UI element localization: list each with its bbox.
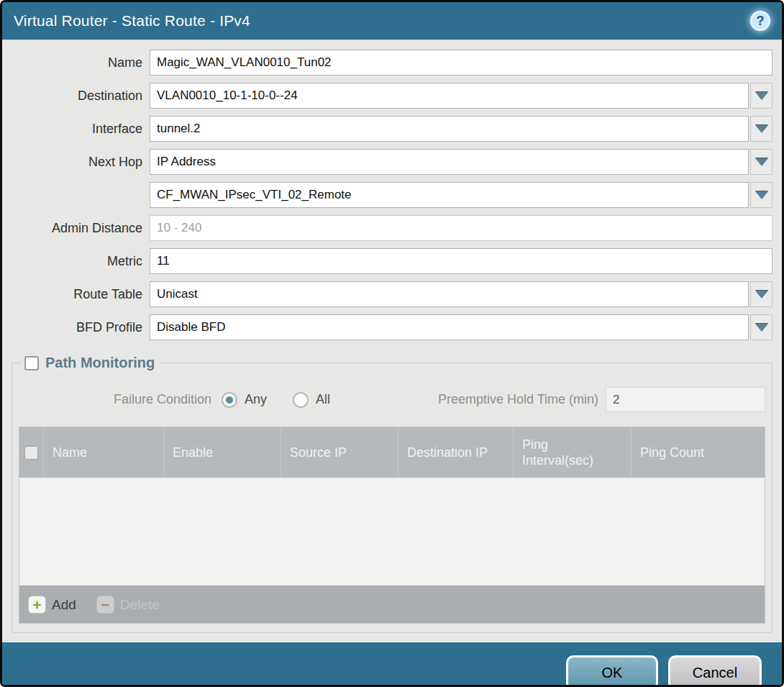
path-monitoring-legend: Path Monitoring — [20, 355, 159, 371]
metric-label: Metric — [12, 254, 150, 269]
failure-condition-any-radio[interactable] — [222, 392, 237, 408]
next-hop-type-input[interactable] — [150, 149, 749, 175]
chevron-down-icon — [755, 291, 768, 299]
interface-label: Interface — [12, 122, 150, 137]
form-row-next-hop-address — [12, 182, 772, 208]
table-header-checkbox-cell — [19, 427, 44, 478]
column-header-ping-interval[interactable]: Ping Interval(sec) — [514, 427, 632, 478]
route-table-label: Route Table — [12, 287, 150, 302]
minus-icon: − — [96, 596, 114, 614]
form-row-next-hop: Next Hop — [12, 149, 772, 175]
select-all-checkbox[interactable] — [24, 446, 38, 460]
column-header-source-ip[interactable]: Source IP — [281, 427, 398, 478]
form-row-interface: Interface — [12, 116, 772, 142]
path-monitoring-table: Name Enable Source IP Destination IP Pin… — [19, 427, 765, 624]
form-row-bfd-profile: BFD Profile — [12, 314, 772, 340]
column-header-destination-ip[interactable]: Destination IP — [398, 427, 514, 478]
column-header-enable[interactable]: Enable — [164, 427, 281, 478]
column-header-name[interactable]: Name — [44, 427, 164, 478]
all-radio-label: All — [316, 392, 330, 407]
admin-distance-label: Admin Distance — [12, 221, 150, 236]
next-hop-label: Next Hop — [12, 155, 150, 170]
static-route-dialog: Virtual Router - Static Route - IPv4 ? N… — [0, 0, 784, 687]
next-hop-dropdown-button[interactable] — [750, 149, 772, 175]
interface-dropdown-button[interactable] — [750, 116, 772, 142]
dialog-footer: OK Cancel — [2, 642, 782, 687]
form-row-name: Name — [12, 50, 772, 76]
path-monitoring-checkbox[interactable] — [24, 356, 39, 370]
path-monitoring-controls: Failure Condition Any All Preemptive Hol… — [19, 387, 765, 412]
table-footer-toolbar: + Add − Delete — [19, 586, 765, 623]
name-label: Name — [12, 55, 150, 70]
dialog-title: Virtual Router - Static Route - IPv4 — [14, 12, 250, 29]
dialog-content: Name Destination Interface Next Hop — [2, 40, 782, 633]
chevron-down-icon — [755, 92, 768, 100]
bfd-profile-label: BFD Profile — [12, 320, 150, 335]
delete-button-label: Delete — [120, 597, 160, 613]
column-header-ping-count[interactable]: Ping Count — [632, 427, 765, 478]
chevron-down-icon — [755, 158, 768, 166]
preemptive-hold-time-label: Preemptive Hold Time (min) — [356, 392, 606, 407]
titlebar: Virtual Router - Static Route - IPv4 ? — [2, 2, 782, 40]
table-body-empty — [19, 478, 765, 586]
form-row-route-table: Route Table — [12, 281, 772, 307]
preemptive-hold-time-input[interactable] — [606, 387, 765, 412]
destination-dropdown-button[interactable] — [750, 83, 772, 109]
chevron-down-icon — [755, 191, 768, 199]
path-monitoring-title: Path Monitoring — [45, 355, 155, 371]
destination-label: Destination — [12, 88, 150, 104]
destination-input[interactable] — [150, 83, 749, 109]
help-icon[interactable]: ? — [750, 11, 770, 31]
admin-distance-input[interactable] — [150, 215, 772, 241]
ok-button[interactable]: OK — [566, 655, 658, 687]
any-radio-label: Any — [245, 392, 267, 407]
next-hop-address-dropdown-button[interactable] — [750, 182, 772, 208]
metric-input[interactable] — [150, 248, 772, 274]
cancel-button[interactable]: Cancel — [668, 655, 762, 687]
chevron-down-icon — [755, 125, 768, 133]
form-row-destination: Destination — [12, 83, 772, 109]
failure-condition-all-radio[interactable] — [293, 392, 309, 408]
bfd-profile-input[interactable] — [150, 314, 749, 340]
add-button-label: Add — [52, 597, 76, 613]
delete-button[interactable]: − Delete — [96, 596, 160, 614]
bfd-profile-dropdown-button[interactable] — [750, 314, 772, 340]
chevron-down-icon — [755, 324, 768, 332]
failure-condition-label: Failure Condition — [19, 392, 222, 407]
add-button[interactable]: + Add — [28, 596, 76, 614]
route-table-input[interactable] — [150, 281, 749, 307]
table-header-row: Name Enable Source IP Destination IP Pin… — [19, 427, 765, 478]
form-row-admin-distance: Admin Distance — [12, 215, 772, 241]
form-row-metric: Metric — [12, 248, 772, 274]
path-monitoring-section: Path Monitoring Failure Condition Any Al… — [12, 355, 772, 633]
next-hop-address-input[interactable] — [150, 182, 749, 208]
route-table-dropdown-button[interactable] — [750, 281, 772, 307]
interface-input[interactable] — [150, 116, 749, 142]
name-input[interactable] — [150, 50, 772, 76]
plus-icon: + — [28, 596, 46, 614]
